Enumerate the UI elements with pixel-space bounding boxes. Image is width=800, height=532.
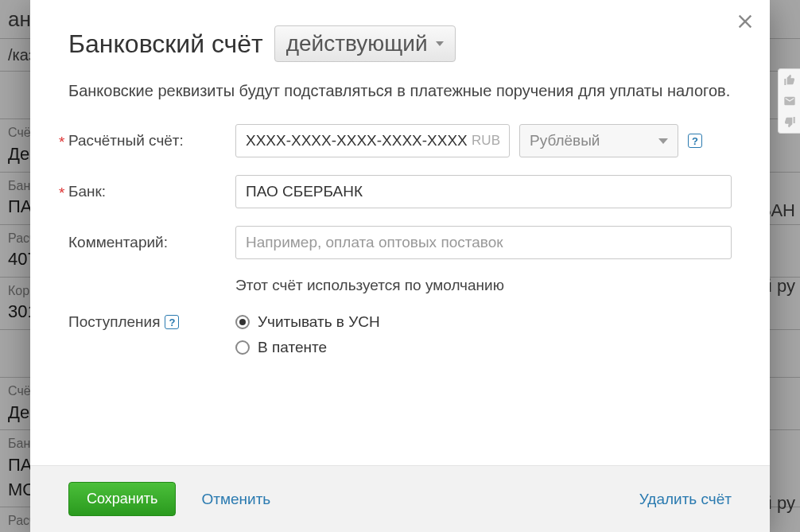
radio-icon — [235, 315, 250, 329]
feedback-tab[interactable] — [778, 68, 800, 134]
label-income-text: Поступления — [68, 313, 160, 331]
income-radio-group: Учитывать в УСН В патенте — [235, 313, 380, 356]
row-income: Поступления ? Учитывать в УСН В патенте — [68, 313, 732, 356]
label-comment: Комментарий: — [68, 234, 235, 251]
radio-icon — [235, 340, 250, 355]
required-marker: * — [59, 134, 64, 151]
row-bank: * Банк: — [68, 175, 732, 208]
delete-account-button[interactable]: Удалить счёт — [639, 491, 732, 508]
close-button[interactable] — [736, 13, 754, 33]
label-comment-text: Комментарий: — [68, 234, 168, 251]
chevron-down-icon — [436, 41, 444, 46]
currency-select[interactable]: Рублёвый — [519, 124, 678, 157]
row-comment: Комментарий: — [68, 226, 732, 259]
thumbs-down-icon — [783, 115, 796, 128]
label-bank: * Банк: — [68, 183, 235, 200]
bank-account-modal: Банковский счёт действующий Банковские р… — [30, 0, 770, 532]
cancel-button[interactable]: Отменить — [201, 491, 270, 508]
mail-icon — [783, 95, 796, 107]
close-icon — [736, 13, 754, 30]
radio-usn[interactable]: Учитывать в УСН — [235, 313, 380, 331]
label-account-text: Расчётный счёт: — [68, 132, 184, 150]
radio-usn-label: Учитывать в УСН — [258, 313, 380, 331]
row-account: * Расчётный счёт: RUB Рублёвый ? — [68, 124, 732, 157]
chevron-down-icon — [658, 138, 668, 144]
label-income: Поступления ? — [68, 313, 235, 331]
modal-description: Банковские реквизиты будут подставляться… — [68, 80, 732, 102]
bank-input[interactable] — [235, 175, 732, 208]
label-bank-text: Банк: — [68, 183, 106, 200]
radio-patent-label: В патенте — [258, 339, 327, 356]
modal-footer: Сохранить Отменить Удалить счёт — [30, 465, 770, 532]
save-button[interactable]: Сохранить — [68, 482, 176, 516]
modal-title-row: Банковский счёт действующий — [68, 25, 732, 62]
thumbs-up-icon — [783, 74, 796, 87]
label-account: * Расчётный счёт: — [68, 132, 235, 150]
default-account-note: Этот счёт используется по умолчанию — [235, 277, 732, 294]
radio-patent[interactable]: В патенте — [235, 339, 380, 356]
help-icon[interactable]: ? — [688, 134, 702, 148]
currency-select-label: Рублёвый — [530, 132, 600, 150]
help-icon[interactable]: ? — [165, 315, 179, 329]
status-dropdown-label: действующий — [286, 31, 428, 56]
comment-input[interactable] — [235, 226, 732, 259]
status-dropdown[interactable]: действующий — [274, 25, 456, 62]
required-marker: * — [59, 184, 64, 202]
account-input[interactable] — [235, 124, 510, 157]
modal-title: Банковский счёт — [68, 29, 263, 59]
